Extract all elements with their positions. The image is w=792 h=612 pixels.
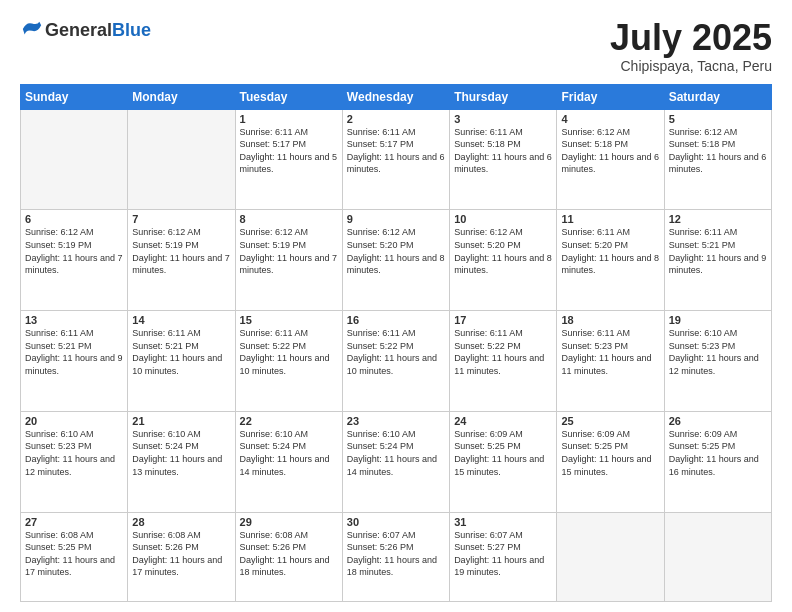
day-number: 29 <box>240 516 338 528</box>
day-number: 18 <box>561 314 659 326</box>
calendar-day-cell: 17Sunrise: 6:11 AMSunset: 5:22 PMDayligh… <box>450 311 557 412</box>
day-info: Sunrise: 6:11 AMSunset: 5:17 PMDaylight:… <box>240 126 338 176</box>
logo-icon <box>21 18 43 40</box>
calendar-day-cell: 4Sunrise: 6:12 AMSunset: 5:18 PMDaylight… <box>557 109 664 210</box>
calendar-day-cell: 9Sunrise: 6:12 AMSunset: 5:20 PMDaylight… <box>342 210 449 311</box>
weekday-header: Thursday <box>450 84 557 109</box>
day-number: 10 <box>454 213 552 225</box>
calendar-day-cell: 31Sunrise: 6:07 AMSunset: 5:27 PMDayligh… <box>450 512 557 601</box>
calendar-day-cell: 12Sunrise: 6:11 AMSunset: 5:21 PMDayligh… <box>664 210 771 311</box>
calendar-day-cell: 20Sunrise: 6:10 AMSunset: 5:23 PMDayligh… <box>21 411 128 512</box>
calendar-day-cell: 8Sunrise: 6:12 AMSunset: 5:19 PMDaylight… <box>235 210 342 311</box>
calendar-day-cell: 1Sunrise: 6:11 AMSunset: 5:17 PMDaylight… <box>235 109 342 210</box>
day-info: Sunrise: 6:08 AMSunset: 5:26 PMDaylight:… <box>132 529 230 579</box>
day-number: 28 <box>132 516 230 528</box>
day-number: 25 <box>561 415 659 427</box>
calendar-day-cell: 2Sunrise: 6:11 AMSunset: 5:17 PMDaylight… <box>342 109 449 210</box>
title-block: July 2025 Chipispaya, Tacna, Peru <box>610 18 772 74</box>
day-info: Sunrise: 6:11 AMSunset: 5:22 PMDaylight:… <box>454 327 552 377</box>
calendar-day-cell: 29Sunrise: 6:08 AMSunset: 5:26 PMDayligh… <box>235 512 342 601</box>
day-number: 13 <box>25 314 123 326</box>
day-number: 24 <box>454 415 552 427</box>
day-info: Sunrise: 6:10 AMSunset: 5:23 PMDaylight:… <box>669 327 767 377</box>
calendar-day-cell <box>557 512 664 601</box>
calendar-day-cell <box>128 109 235 210</box>
weekday-header: Tuesday <box>235 84 342 109</box>
day-info: Sunrise: 6:11 AMSunset: 5:17 PMDaylight:… <box>347 126 445 176</box>
calendar-day-cell: 30Sunrise: 6:07 AMSunset: 5:26 PMDayligh… <box>342 512 449 601</box>
day-number: 3 <box>454 113 552 125</box>
day-info: Sunrise: 6:12 AMSunset: 5:20 PMDaylight:… <box>347 226 445 276</box>
page: GeneralBlue July 2025 Chipispaya, Tacna,… <box>0 0 792 612</box>
day-info: Sunrise: 6:12 AMSunset: 5:19 PMDaylight:… <box>25 226 123 276</box>
logo: GeneralBlue <box>20 18 151 44</box>
calendar-week-row: 6Sunrise: 6:12 AMSunset: 5:19 PMDaylight… <box>21 210 772 311</box>
day-number: 27 <box>25 516 123 528</box>
day-number: 16 <box>347 314 445 326</box>
calendar-day-cell: 22Sunrise: 6:10 AMSunset: 5:24 PMDayligh… <box>235 411 342 512</box>
day-number: 5 <box>669 113 767 125</box>
day-info: Sunrise: 6:11 AMSunset: 5:21 PMDaylight:… <box>669 226 767 276</box>
day-info: Sunrise: 6:08 AMSunset: 5:25 PMDaylight:… <box>25 529 123 579</box>
day-number: 7 <box>132 213 230 225</box>
calendar-day-cell: 7Sunrise: 6:12 AMSunset: 5:19 PMDaylight… <box>128 210 235 311</box>
weekday-header: Wednesday <box>342 84 449 109</box>
day-number: 4 <box>561 113 659 125</box>
day-number: 6 <box>25 213 123 225</box>
calendar-week-row: 20Sunrise: 6:10 AMSunset: 5:23 PMDayligh… <box>21 411 772 512</box>
day-number: 14 <box>132 314 230 326</box>
day-number: 31 <box>454 516 552 528</box>
day-info: Sunrise: 6:07 AMSunset: 5:26 PMDaylight:… <box>347 529 445 579</box>
day-number: 26 <box>669 415 767 427</box>
day-info: Sunrise: 6:08 AMSunset: 5:26 PMDaylight:… <box>240 529 338 579</box>
day-number: 2 <box>347 113 445 125</box>
day-number: 20 <box>25 415 123 427</box>
calendar-day-cell: 21Sunrise: 6:10 AMSunset: 5:24 PMDayligh… <box>128 411 235 512</box>
calendar-week-row: 13Sunrise: 6:11 AMSunset: 5:21 PMDayligh… <box>21 311 772 412</box>
calendar-day-cell: 6Sunrise: 6:12 AMSunset: 5:19 PMDaylight… <box>21 210 128 311</box>
header: GeneralBlue July 2025 Chipispaya, Tacna,… <box>20 18 772 74</box>
calendar-day-cell: 11Sunrise: 6:11 AMSunset: 5:20 PMDayligh… <box>557 210 664 311</box>
calendar-day-cell: 14Sunrise: 6:11 AMSunset: 5:21 PMDayligh… <box>128 311 235 412</box>
day-number: 30 <box>347 516 445 528</box>
calendar-day-cell: 26Sunrise: 6:09 AMSunset: 5:25 PMDayligh… <box>664 411 771 512</box>
calendar-day-cell: 5Sunrise: 6:12 AMSunset: 5:18 PMDaylight… <box>664 109 771 210</box>
day-info: Sunrise: 6:10 AMSunset: 5:24 PMDaylight:… <box>347 428 445 478</box>
day-info: Sunrise: 6:09 AMSunset: 5:25 PMDaylight:… <box>454 428 552 478</box>
day-number: 19 <box>669 314 767 326</box>
calendar-day-cell: 28Sunrise: 6:08 AMSunset: 5:26 PMDayligh… <box>128 512 235 601</box>
calendar-day-cell: 18Sunrise: 6:11 AMSunset: 5:23 PMDayligh… <box>557 311 664 412</box>
location-subtitle: Chipispaya, Tacna, Peru <box>610 58 772 74</box>
day-info: Sunrise: 6:10 AMSunset: 5:23 PMDaylight:… <box>25 428 123 478</box>
day-info: Sunrise: 6:07 AMSunset: 5:27 PMDaylight:… <box>454 529 552 579</box>
day-info: Sunrise: 6:09 AMSunset: 5:25 PMDaylight:… <box>669 428 767 478</box>
calendar-day-cell: 23Sunrise: 6:10 AMSunset: 5:24 PMDayligh… <box>342 411 449 512</box>
calendar-day-cell: 25Sunrise: 6:09 AMSunset: 5:25 PMDayligh… <box>557 411 664 512</box>
day-number: 21 <box>132 415 230 427</box>
day-info: Sunrise: 6:12 AMSunset: 5:20 PMDaylight:… <box>454 226 552 276</box>
weekday-header: Monday <box>128 84 235 109</box>
day-number: 12 <box>669 213 767 225</box>
calendar-day-cell: 13Sunrise: 6:11 AMSunset: 5:21 PMDayligh… <box>21 311 128 412</box>
day-info: Sunrise: 6:11 AMSunset: 5:20 PMDaylight:… <box>561 226 659 276</box>
day-info: Sunrise: 6:10 AMSunset: 5:24 PMDaylight:… <box>240 428 338 478</box>
calendar-day-cell: 10Sunrise: 6:12 AMSunset: 5:20 PMDayligh… <box>450 210 557 311</box>
day-number: 8 <box>240 213 338 225</box>
logo-general-text: General <box>45 20 112 40</box>
day-info: Sunrise: 6:11 AMSunset: 5:23 PMDaylight:… <box>561 327 659 377</box>
calendar-day-cell: 19Sunrise: 6:10 AMSunset: 5:23 PMDayligh… <box>664 311 771 412</box>
day-number: 15 <box>240 314 338 326</box>
day-number: 17 <box>454 314 552 326</box>
day-number: 23 <box>347 415 445 427</box>
calendar-day-cell: 24Sunrise: 6:09 AMSunset: 5:25 PMDayligh… <box>450 411 557 512</box>
day-info: Sunrise: 6:11 AMSunset: 5:18 PMDaylight:… <box>454 126 552 176</box>
day-info: Sunrise: 6:12 AMSunset: 5:18 PMDaylight:… <box>561 126 659 176</box>
day-info: Sunrise: 6:11 AMSunset: 5:22 PMDaylight:… <box>240 327 338 377</box>
weekday-header: Sunday <box>21 84 128 109</box>
calendar-table: SundayMondayTuesdayWednesdayThursdayFrid… <box>20 84 772 602</box>
day-info: Sunrise: 6:10 AMSunset: 5:24 PMDaylight:… <box>132 428 230 478</box>
day-number: 1 <box>240 113 338 125</box>
calendar-day-cell <box>664 512 771 601</box>
month-title: July 2025 <box>610 18 772 58</box>
day-info: Sunrise: 6:11 AMSunset: 5:21 PMDaylight:… <box>25 327 123 377</box>
